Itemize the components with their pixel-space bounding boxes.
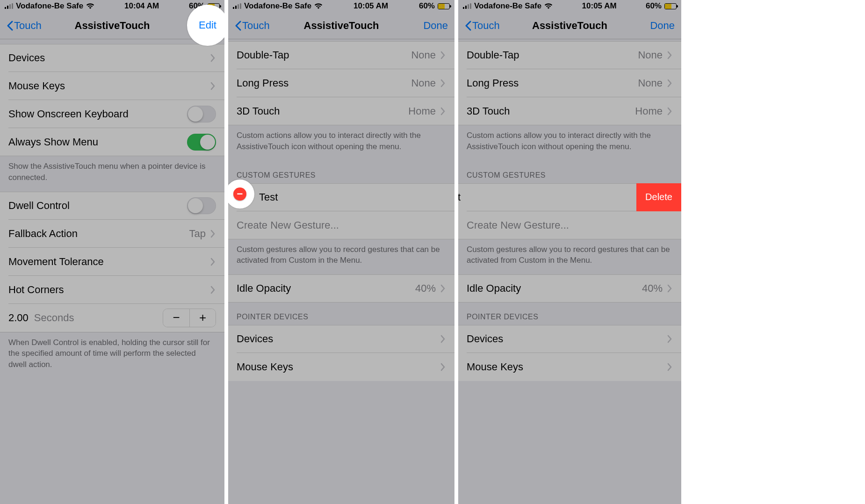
status-time: 10:05 AM xyxy=(353,1,388,11)
row-devices[interactable]: Devices xyxy=(0,44,224,72)
signal-icon xyxy=(233,3,241,9)
done-button[interactable]: Done xyxy=(650,20,675,32)
done-button[interactable]: Done xyxy=(423,20,448,32)
row-long-press[interactable]: Long Press None xyxy=(228,69,454,97)
back-button[interactable]: Touch xyxy=(235,20,270,32)
header-pointer-devices: POINTER DEVICES xyxy=(228,302,454,325)
chevron-right-icon xyxy=(667,50,673,60)
battery-icon: ⚡ xyxy=(438,3,450,9)
footer-custom-gestures: Custom gestures allow you to record gest… xyxy=(228,239,454,275)
row-long-press[interactable]: Long Press None xyxy=(458,69,681,97)
stepper-minus[interactable]: − xyxy=(163,309,189,327)
back-button[interactable]: Touch xyxy=(7,20,42,32)
nav-bar: Touch AssistiveTouch Done xyxy=(228,12,454,39)
chevron-right-icon xyxy=(440,79,446,88)
delete-button[interactable]: Delete xyxy=(636,183,681,211)
chevron-right-icon xyxy=(440,334,446,344)
row-dwell-control[interactable]: Dwell Control xyxy=(0,192,224,220)
panel-3-delete: Vodafone-Be Safe 10:05 AM 60% ⚡ Touch As… xyxy=(454,0,681,504)
edit-button-highlight[interactable]: Edit xyxy=(187,5,224,46)
row-movement-tolerance[interactable]: Movement Tolerance xyxy=(0,248,224,276)
row-devices[interactable]: Devices xyxy=(458,325,681,353)
row-mouse-keys[interactable]: Mouse Keys xyxy=(0,72,224,100)
footer-custom-actions: Custom actions allow you to interact dir… xyxy=(458,125,681,161)
delete-minus-highlight[interactable]: − xyxy=(225,180,254,209)
carrier-label: Vodafone-Be Safe xyxy=(474,1,541,11)
row-show-onscreen-keyboard[interactable]: Show Onscreen Keyboard xyxy=(0,100,224,128)
status-bar: Vodafone-Be Safe 10:04 AM 60% ⚡ xyxy=(0,0,224,12)
signal-icon xyxy=(5,3,13,9)
panel-2-minus: Vodafone-Be Safe 10:05 AM 60% ⚡ Touch As… xyxy=(224,0,454,504)
chevron-right-icon xyxy=(667,362,673,372)
carrier-label: Vodafone-Be Safe xyxy=(16,1,83,11)
status-bar: Vodafone-Be Safe 10:05 AM 60% ⚡ xyxy=(458,0,681,12)
dwell-time-value: 2.00 xyxy=(8,312,29,324)
signal-icon xyxy=(463,3,471,9)
row-gesture-test[interactable]: − Test xyxy=(228,183,454,211)
wifi-icon xyxy=(86,3,94,9)
chevron-right-icon xyxy=(667,334,673,344)
header-custom-gestures: CUSTOM GESTURES xyxy=(458,161,681,183)
footer-custom-gestures: Custom gestures allow you to record gest… xyxy=(458,239,681,275)
stepper-plus[interactable]: + xyxy=(189,309,216,327)
status-bar: Vodafone-Be Safe 10:05 AM 60% ⚡ xyxy=(228,0,454,12)
carrier-label: Vodafone-Be Safe xyxy=(244,1,311,11)
nav-bar: Touch AssistiveTouch Done xyxy=(458,12,681,39)
footer-custom-actions: Custom actions allow you to interact dir… xyxy=(228,125,454,161)
header-pointer-devices: POINTER DEVICES xyxy=(458,302,681,325)
gesture-name: Test xyxy=(259,191,278,203)
back-button[interactable]: Touch xyxy=(465,20,500,32)
footer-dwell: When Dwell Control is enabled, holding t… xyxy=(0,332,224,379)
chevron-right-icon xyxy=(210,81,216,91)
chevron-right-icon xyxy=(440,50,446,60)
status-time: 10:04 AM xyxy=(124,1,159,11)
chevron-right-icon xyxy=(210,53,216,63)
chevron-right-icon xyxy=(210,285,216,295)
row-create-gesture[interactable]: Create New Gesture... xyxy=(458,211,681,239)
toggle-off[interactable] xyxy=(187,106,216,122)
row-hot-corners[interactable]: Hot Corners xyxy=(0,276,224,304)
status-time: 10:05 AM xyxy=(582,1,617,11)
battery-icon: ⚡ xyxy=(664,3,677,9)
chevron-right-icon xyxy=(667,79,673,88)
row-3d-touch[interactable]: 3D Touch Home xyxy=(458,97,681,125)
row-3d-touch[interactable]: 3D Touch Home xyxy=(228,97,454,125)
row-always-show-menu[interactable]: Always Show Menu xyxy=(0,128,224,156)
row-double-tap[interactable]: Double-Tap None xyxy=(458,41,681,69)
row-mouse-keys[interactable]: Mouse Keys xyxy=(458,353,681,381)
panel-1-edit: Vodafone-Be Safe 10:04 AM 60% ⚡ Touch As… xyxy=(0,0,224,504)
header-custom-gestures: CUSTOM GESTURES xyxy=(228,161,454,183)
row-devices[interactable]: Devices xyxy=(228,325,454,353)
chevron-right-icon xyxy=(440,362,446,372)
row-idle-opacity[interactable]: Idle Opacity 40% xyxy=(458,274,681,302)
toggle-on[interactable] xyxy=(187,134,216,151)
chevron-right-icon xyxy=(210,229,216,238)
battery-pct: 60% xyxy=(646,1,662,11)
wifi-icon xyxy=(544,3,553,9)
chevron-right-icon xyxy=(210,257,216,266)
row-gesture-test-shifted[interactable]: st Delete xyxy=(458,183,681,211)
battery-pct: 60% xyxy=(419,1,435,11)
footer-always-show-menu: Show the AssistiveTouch menu when a poin… xyxy=(0,156,224,192)
chevron-right-icon xyxy=(440,107,446,116)
chevron-right-icon xyxy=(667,284,673,293)
row-idle-opacity[interactable]: Idle Opacity 40% xyxy=(228,274,454,302)
row-mouse-keys[interactable]: Mouse Keys xyxy=(228,353,454,381)
stepper[interactable]: − + xyxy=(163,309,216,327)
dwell-time-unit: Seconds xyxy=(34,312,163,324)
row-double-tap[interactable]: Double-Tap None xyxy=(228,41,454,69)
toggle-off[interactable] xyxy=(187,197,216,214)
chevron-right-icon xyxy=(667,107,673,116)
row-create-gesture[interactable]: Create New Gesture... xyxy=(228,211,454,239)
row-dwell-time: 2.00 Seconds − + xyxy=(0,304,224,332)
row-fallback-action[interactable]: Fallback Action Tap xyxy=(0,220,224,248)
chevron-right-icon xyxy=(440,284,446,293)
minus-icon[interactable]: − xyxy=(233,187,246,201)
wifi-icon xyxy=(314,3,323,9)
